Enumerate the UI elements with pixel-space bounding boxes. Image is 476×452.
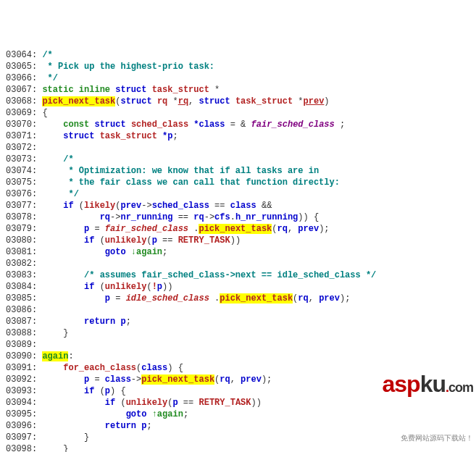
token-punct-b: p [157, 282, 162, 292]
token-plain: ; [183, 409, 188, 419]
token-label-green-hl: again [42, 351, 68, 361]
code-line: 03067: static inline struct task_struct … [6, 84, 470, 96]
token-kw-blue: struct [120, 96, 151, 106]
token-ident-red-ital: idle_sched_class [126, 293, 209, 304]
token-plain: )) { [298, 212, 319, 222]
token-kw-blue: if [63, 201, 73, 211]
token-plain [37, 259, 42, 269]
token-func-red: unlikely [126, 398, 168, 408]
token-func-red: unlikely [105, 282, 147, 292]
wm-ku: ku [420, 371, 446, 397]
token-plain: , [230, 374, 241, 385]
token-kw-blue: goto [105, 247, 126, 257]
line-number: 03084: [6, 282, 37, 292]
code-line: 03084: if (unlikely(!p)) [6, 281, 470, 293]
token-not: ! [152, 282, 157, 292]
token-punct-b: class [230, 201, 256, 211]
token-kw-blue: struct [115, 85, 146, 95]
token-punct-b: p [152, 235, 157, 246]
token-plain: * [167, 96, 178, 106]
line-number: 03093: [6, 386, 37, 396]
token-punct-b: p [120, 317, 125, 327]
token-punct-b: p [105, 293, 110, 304]
line-number: 03072: [6, 143, 37, 153]
token-punct-b: p [105, 386, 110, 396]
token-plain [37, 154, 63, 164]
token-comment: * the fair class we can call that functi… [37, 177, 340, 188]
code-line: 03077: if (likely(prev->sched_class == c… [6, 200, 470, 212]
token-plain: == [172, 212, 193, 222]
token-plain [37, 282, 84, 292]
token-plain [37, 305, 42, 315]
token-struct-name-red: task_struct [152, 85, 209, 95]
token-punct-b: rq [277, 224, 288, 234]
token-plain [37, 235, 84, 246]
token-hl-red: pick_next_task [220, 293, 293, 304]
token-punct-b: rq [220, 374, 230, 385]
watermark-logo: aspku.com 免费网站源码下载站！ [359, 332, 473, 451]
line-number: 03086: [6, 305, 37, 315]
token-plain: ( [115, 398, 125, 408]
line-number: 03098: [6, 444, 37, 452]
line-number: 03078: [6, 212, 37, 222]
line-number: 03079: [6, 224, 37, 234]
token-plain [37, 247, 105, 257]
token-plain: ; [162, 247, 167, 257]
token-plain [126, 120, 131, 130]
token-const-red: RETRY_TASK [178, 235, 230, 246]
token-plain: , [288, 224, 298, 234]
token-struct-name-red: task_struct [235, 96, 293, 106]
token-plain: ) [324, 96, 329, 106]
token-kw-green: static inline [42, 85, 110, 95]
token-hl-red: pick_next_task [42, 96, 115, 106]
token-ident-red-ital: fair_sched_class [105, 224, 188, 234]
token-punct-b: prev [120, 201, 141, 211]
code-line: 03087: return p; [6, 316, 470, 327]
token-plain: ( [146, 282, 151, 292]
token-plain [37, 131, 63, 141]
token-plain: , [188, 96, 199, 106]
token-plain: ); [262, 374, 272, 385]
token-hl-red: pick_next_task [141, 374, 214, 385]
token-comment: * Pick up the highest-prio task: [37, 62, 214, 72]
line-number: 03082: [6, 259, 37, 269]
token-punct-b: h_nr_running [235, 212, 298, 222]
token-func-red: likely [84, 201, 115, 211]
token-plain: -> [141, 201, 151, 211]
token-plain: ) { [167, 363, 183, 373]
token-kw-blue: struct [199, 96, 230, 106]
line-number: 03097: [6, 432, 37, 443]
line-number: 03069: [6, 108, 37, 118]
line-number: 03087: [6, 317, 37, 327]
line-number: 03090: [6, 351, 37, 361]
token-plain [37, 409, 125, 419]
token-plain: = [110, 293, 126, 304]
token-comment: /* assumes fair_sched_class->next == idl… [84, 270, 376, 280]
token-plain [37, 386, 84, 396]
token-punct-b: *p [162, 131, 172, 141]
token-plain [37, 340, 42, 350]
code-line: 03081: goto ↓again; [6, 246, 470, 258]
line-number: 03091: [6, 363, 37, 373]
token-plain: ( [94, 235, 104, 246]
line-number: 03070: [6, 120, 37, 130]
code-line: 03075: * the fair class we can call that… [6, 177, 470, 188]
code-line: 03072: [6, 142, 470, 154]
token-plain: = [89, 224, 105, 234]
token-comment: */ [37, 73, 58, 83]
line-number: 03081: [6, 247, 37, 257]
token-plain: == [178, 398, 199, 408]
wm-asp: asp [382, 371, 419, 397]
line-number: 03080: [6, 235, 37, 246]
token-struct-name-red: sched_class [131, 120, 188, 130]
token-plain [146, 85, 151, 95]
token-kw-blue: if [84, 386, 94, 396]
token-label-green: ↓again [131, 247, 162, 257]
token-link: rq [178, 96, 188, 106]
token-plain: . [188, 224, 199, 234]
token-punct-b: prev [319, 293, 340, 304]
token-plain: == [209, 201, 230, 211]
token-plain: { [37, 108, 47, 118]
token-comment: /* [63, 154, 73, 164]
token-plain: } [37, 328, 68, 338]
